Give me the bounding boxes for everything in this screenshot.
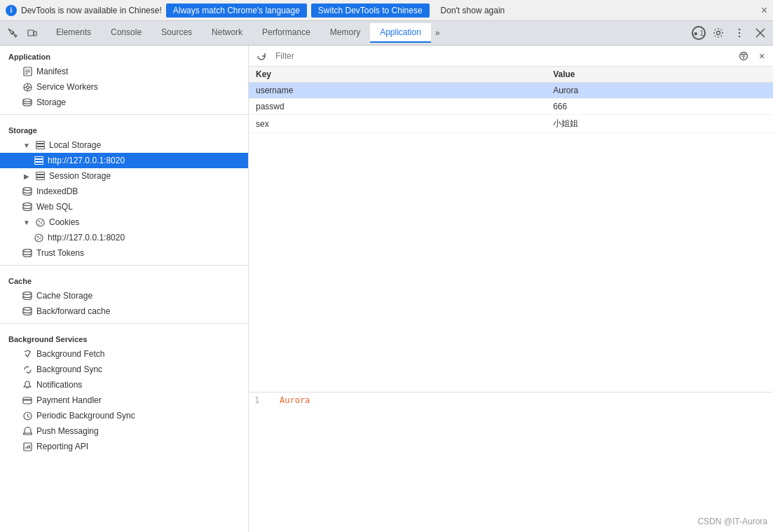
trust-tokens-label: Trust Tokens [36,248,84,258]
push-messaging-label: Push Messaging [36,426,99,436]
sidebar-item-cache-storage[interactable]: Cache Storage [0,288,248,303]
row-value-username: Aurora [546,83,773,99]
background-fetch-icon [22,349,32,359]
switch-chinese-button[interactable]: Switch DevTools to Chinese [311,4,430,18]
more-tabs-button[interactable]: » [431,25,444,41]
main-layout: Application Manifest Service Workers Sto… [0,46,773,532]
sidebar-item-web-sql[interactable]: Web SQL [0,199,248,214]
svg-point-11 [26,86,29,88]
svg-rect-21 [34,159,43,161]
sidebar-item-trust-tokens[interactable]: Trust Tokens [0,245,248,261]
sidebar-item-reporting-api[interactable]: Reporting API [0,439,248,454]
periodic-background-sync-icon [22,411,32,421]
sidebar-item-cookies[interactable]: Cookies [0,214,248,230]
preview-value: Aurora [280,395,310,405]
table-row[interactable]: username Aurora [249,83,773,99]
web-sql-label: Web SQL [36,202,73,212]
sidebar-item-periodic-background-sync[interactable]: Periodic Background Sync [0,408,248,423]
local-storage-url-icon [34,156,43,165]
sidebar-item-cookies-url[interactable]: http://127.0.0.1:8020 [0,230,248,245]
svg-point-28 [36,219,44,226]
tab-network[interactable]: Network [202,23,252,43]
sidebar-item-back-forward-cache[interactable]: Back/forward cache [0,303,248,319]
clear-filter-button[interactable]: × [755,49,769,63]
local-storage-url-label: http://127.0.0.1:8020 [48,156,125,165]
preview-line-1: 1 Aurora [249,393,773,408]
table-row[interactable]: passwd 666 [249,99,773,115]
sidebar-item-payment-handler[interactable]: Payment Handler [0,393,248,408]
indexed-db-icon [22,186,32,196]
sidebar-item-push-messaging[interactable]: Push Messaging [0,423,248,439]
svg-point-34 [37,236,39,238]
sidebar-item-indexed-db[interactable]: IndexedDB [0,184,248,199]
bottom-preview: 1 Aurora [249,392,773,532]
svg-point-40 [23,308,32,311]
sidebar-item-service-workers[interactable]: Service Workers [0,79,248,95]
tab-console[interactable]: Console [101,23,151,43]
tab-bar: Elements Console Sources Network Perform… [0,21,773,46]
manifest-icon [22,67,32,76]
column-value: Value [546,67,773,83]
svg-point-33 [35,234,43,242]
storage-table: Key Value username Aurora passwd 666 sex [249,67,773,133]
sidebar-item-local-storage-url[interactable]: http://127.0.0.1:8020 [0,153,248,168]
dont-show-again-button[interactable]: Don't show again [434,4,512,18]
tab-bar-right: ● 1 [692,25,769,41]
panel-toolbar: × [249,46,773,67]
back-forward-cache-icon [22,306,32,316]
svg-point-3 [739,29,740,30]
tab-performance[interactable]: Performance [252,23,320,43]
back-forward-cache-label: Back/forward cache [36,306,110,316]
sidebar-item-background-fetch[interactable]: Background Fetch [0,346,248,362]
indexed-db-label: IndexedDB [36,186,78,196]
cache-storage-icon [22,291,32,301]
session-storage-expand-arrow [22,172,31,180]
push-messaging-icon [22,426,32,436]
close-devtools-button[interactable] [752,25,769,41]
filter-input[interactable] [273,51,732,61]
periodic-background-sync-label: Periodic Background Sync [36,411,135,421]
svg-point-29 [39,221,40,222]
svg-point-31 [39,224,40,225]
svg-point-2 [717,32,720,35]
refresh-button[interactable] [253,48,270,64]
inspect-element-button[interactable] [4,25,21,41]
storage-section-header: Storage [0,119,248,137]
sidebar-item-manifest[interactable]: Manifest [0,64,248,79]
application-section-header: Application [0,46,248,64]
tab-elements[interactable]: Elements [46,23,101,43]
sidebar-item-session-storage[interactable]: Session Storage [0,168,248,184]
error-badge: ● 1 [692,26,706,40]
sidebar-item-background-sync[interactable]: Background Sync [0,362,248,377]
table-row[interactable]: sex 小姐姐 [249,115,773,133]
local-storage-label: Local Storage [49,140,101,150]
divider-1 [0,114,248,115]
sidebar-item-storage[interactable]: Storage [0,95,248,110]
notification-close-button[interactable]: × [761,4,767,17]
tab-memory[interactable]: Memory [320,23,370,43]
device-toggle-button[interactable] [24,25,41,41]
row-key-passwd: passwd [249,99,546,115]
settings-button[interactable] [710,25,727,41]
cookies-url-label: http://127.0.0.1:8020 [48,233,125,243]
notifications-icon [22,380,32,390]
svg-point-38 [23,250,32,252]
svg-point-30 [41,222,42,224]
notification-bar: i DevTools is now available in Chinese! … [0,0,773,21]
match-language-button[interactable]: Always match Chrome's language [166,4,307,18]
local-storage-icon [35,140,45,150]
sidebar-item-local-storage[interactable]: Local Storage [0,137,248,153]
sidebar-item-notifications[interactable]: Notifications [0,377,248,393]
cookies-expand-arrow [22,218,31,226]
svg-point-35 [39,238,41,239]
local-storage-expand-arrow [22,141,31,149]
payment-handler-icon [22,395,32,405]
notifications-label: Notifications [36,380,82,390]
filter-icon-btn[interactable] [735,48,752,64]
svg-point-27 [23,203,32,206]
tab-application[interactable]: Application [370,23,431,43]
cookies-url-icon [34,233,43,243]
tab-sources[interactable]: Sources [151,23,202,43]
more-options-button[interactable] [731,25,748,41]
cookies-icon [35,217,45,227]
